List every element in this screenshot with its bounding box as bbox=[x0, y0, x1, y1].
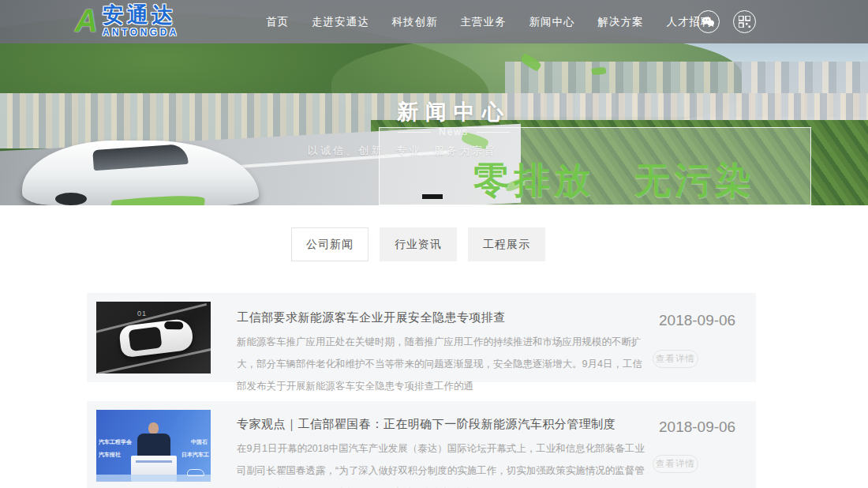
carousel-indicator[interactable] bbox=[422, 194, 443, 199]
subtitle-line-left bbox=[398, 132, 431, 133]
speaker-head bbox=[148, 422, 159, 434]
news-excerpt: 新能源客车推广应用正处在关键时期，随着推广应用工作的持续推进和市场应用规模的不断… bbox=[237, 331, 649, 397]
top-navbar: A 安通达 ANTONGDA 首页 走进安通达 科技创新 主营业务 新闻中心 解… bbox=[0, 0, 868, 43]
news-thumbnail-conference[interactable]: 汽车工程学会 汽车报社 中国石 日本汽车工 bbox=[96, 410, 211, 482]
brand-name-en: ANTONGDA bbox=[103, 28, 179, 37]
tab-project-showcase[interactable]: 工程展示 bbox=[468, 227, 545, 261]
thumbnail-car-hood bbox=[164, 321, 183, 329]
view-details-button[interactable]: 查看详情 bbox=[653, 350, 698, 368]
qrcode-glyph bbox=[739, 16, 750, 28]
brand-logo[interactable]: A 安通达 ANTONGDA bbox=[75, 3, 179, 38]
page: 新闻中心 News 以诚信、创新、专业、服务为宗旨 零排放 无污染 A 安通达 … bbox=[0, 0, 868, 488]
news-title[interactable]: 专家观点｜工信部瞿国春：正在明确下一阶段新能源汽车积分管理制度 bbox=[237, 417, 615, 432]
hero-car-wheel bbox=[55, 193, 87, 205]
podium-banner bbox=[136, 460, 172, 463]
qrcode-icon[interactable] bbox=[733, 10, 756, 33]
car-outline-decoration bbox=[187, 469, 204, 476]
backdrop-label: 中国石 bbox=[191, 438, 208, 446]
news-excerpt: 在9月1日开幕的2018中国汽车产业发展（泰达）国际论坛开幕式上，工业和信息化部… bbox=[237, 437, 649, 488]
parking-slot-number: 01 bbox=[137, 310, 147, 317]
nav-item-about[interactable]: 走进安通达 bbox=[312, 15, 369, 29]
news-category-tabs: 公司新闻 行业资讯 工程展示 bbox=[0, 227, 852, 261]
news-card: 01 工信部要求新能源客车企业开展安全隐患专项排查 新能源客车推广应用正处在关键… bbox=[87, 293, 756, 382]
nav-item-business[interactable]: 主营业务 bbox=[461, 15, 507, 29]
backdrop-label: 汽车工程学会 bbox=[99, 438, 132, 446]
logo-text: 安通达 ANTONGDA bbox=[103, 5, 179, 37]
nav-item-news[interactable]: 新闻中心 bbox=[529, 15, 575, 29]
news-title[interactable]: 工信部要求新能源客车企业开展安全隐患专项排查 bbox=[237, 310, 506, 325]
wechat-icon[interactable] bbox=[697, 10, 720, 33]
subtitle-line-right bbox=[477, 132, 510, 133]
news-date: 2018-09-06 bbox=[659, 419, 735, 436]
hero-subtitle: News bbox=[439, 126, 469, 137]
thumbnail-car-roof bbox=[129, 326, 163, 351]
header-icons bbox=[697, 10, 756, 33]
hero-subtitle-row: News bbox=[20, 126, 868, 137]
news-card: 汽车工程学会 汽车报社 中国石 日本汽车工 专家观点｜工信部瞿国春：正在明确下一… bbox=[87, 401, 756, 488]
news-thumbnail-car-parking[interactable]: 01 bbox=[96, 302, 211, 374]
tab-company-news[interactable]: 公司新闻 bbox=[291, 227, 369, 261]
logo-leaf-a-icon: A bbox=[75, 3, 98, 38]
news-date: 2018-09-06 bbox=[659, 312, 735, 329]
nav-item-solutions[interactable]: 解决方案 bbox=[598, 15, 644, 29]
main-nav: 首页 走进安通达 科技创新 主营业务 新闻中心 解决方案 人才招聘 bbox=[266, 0, 713, 43]
banner-green-slogan: 零排放 无污染 bbox=[473, 156, 805, 205]
tab-industry-info[interactable]: 行业资讯 bbox=[380, 227, 457, 261]
nav-item-home[interactable]: 首页 bbox=[266, 15, 289, 29]
backdrop-label: 汽车报社 bbox=[99, 451, 121, 459]
brand-name-cn: 安通达 bbox=[103, 5, 179, 26]
wechat-glyph bbox=[702, 16, 715, 28]
view-details-button[interactable]: 查看详情 bbox=[653, 455, 698, 473]
nav-item-technology[interactable]: 科技创新 bbox=[392, 15, 438, 29]
backdrop-label: 日本汽车工 bbox=[181, 451, 209, 459]
hero-title: 新闻中心 bbox=[20, 98, 868, 126]
